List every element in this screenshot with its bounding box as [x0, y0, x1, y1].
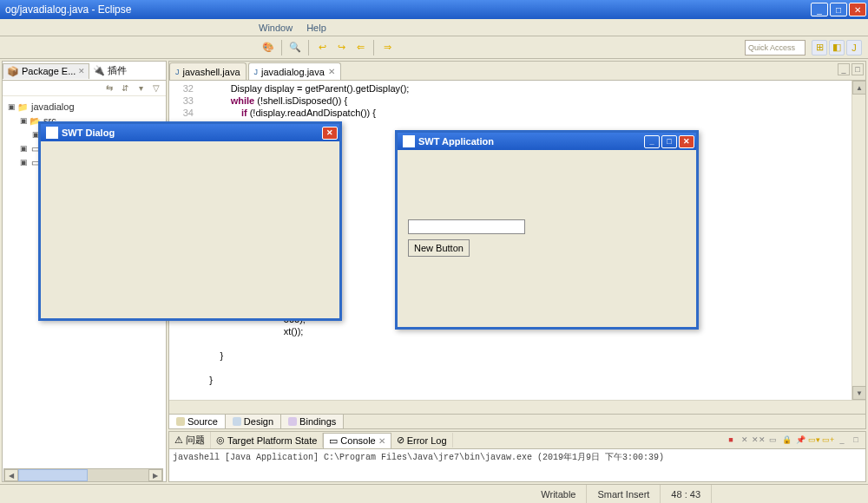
maximize-view-icon[interactable]: □ [852, 63, 864, 75]
target-platform-tab[interactable]: ◎Target Platform State [211, 433, 323, 447]
remove-launch-icon[interactable]: ✕ [739, 434, 751, 446]
tab-label: Target Platform State [227, 435, 317, 446]
console-tab[interactable]: ▭Console ✕ [323, 433, 391, 448]
open-perspective-icon[interactable]: ⊞ [812, 40, 827, 56]
problems-icon: ⚠ [174, 434, 183, 446]
nav-prev-icon[interactable]: ↩ [314, 40, 330, 56]
display-console-icon[interactable]: ▭▾ [808, 434, 820, 446]
terminate-icon[interactable]: ■ [725, 434, 737, 446]
close-icon[interactable]: ✕ [328, 67, 335, 76]
java-file-icon: J [175, 68, 180, 76]
new-button[interactable]: New Button [408, 239, 470, 257]
status-bar: Writable Smart Insert 48 : 43 [0, 484, 868, 503]
source-icon [176, 417, 185, 426]
swt-app-titlebar[interactable]: SWT Application _ □ ✕ [398, 133, 696, 150]
title-bar[interactable]: og/javadialog.java - Eclipse _ □ ✕ [0, 0, 868, 19]
separator [373, 40, 374, 56]
java-perspective-icon[interactable]: J [846, 40, 862, 56]
close-button[interactable]: ✕ [322, 127, 338, 140]
package-explorer-tab[interactable]: 📦 Package E... ✕ [3, 63, 89, 79]
remove-all-icon[interactable]: ✕✕ [753, 434, 765, 446]
vertical-scrollbar[interactable]: ▲ ▼ [852, 81, 865, 400]
plugin-perspective-icon[interactable]: ◧ [829, 40, 845, 56]
app-body: New Button [398, 150, 696, 327]
plugins-tab[interactable]: 🔌 插件 [89, 62, 130, 79]
console-view: ⚠问题 ◎Target Platform State ▭Console ✕ ⊘E… [168, 431, 866, 482]
tab-label: Source [187, 416, 218, 427]
horizontal-scrollbar[interactable] [169, 400, 865, 414]
tree-label: javadialog [31, 101, 75, 112]
expand-toggle[interactable]: ▣ [18, 144, 29, 153]
editor-tab-javadialog[interactable]: J javadialog.java ✕ [248, 62, 341, 80]
maximize-button[interactable]: □ [661, 135, 677, 148]
console-tabs: ⚠问题 ◎Target Platform State ▭Console ✕ ⊘E… [169, 432, 865, 449]
minimize-view-icon[interactable]: _ [836, 434, 848, 446]
view-tabs: 📦 Package E... ✕ 🔌 插件 [3, 62, 166, 81]
editor-tab-javashell[interactable]: J javashell.java [169, 62, 247, 80]
nav-back-icon[interactable]: ⇐ [352, 40, 368, 56]
tree-project[interactable]: ▣ 📁 javadialog [6, 100, 162, 114]
close-icon[interactable]: ✕ [78, 67, 85, 75]
pin-console-icon[interactable]: 📌 [794, 434, 806, 446]
maximize-button[interactable]: □ [830, 3, 847, 16]
close-button[interactable]: ✕ [679, 135, 694, 148]
scroll-right-icon[interactable]: ▶ [148, 469, 162, 481]
close-button[interactable]: ✕ [849, 3, 866, 16]
close-icon[interactable]: ✕ [378, 436, 385, 446]
scroll-left-icon[interactable]: ◀ [4, 469, 18, 481]
tab-label: 插件 [108, 64, 127, 77]
minimize-view-icon[interactable]: _ [838, 63, 850, 75]
design-icon [233, 417, 241, 426]
error-icon: ⊘ [397, 434, 404, 446]
separator [281, 40, 282, 56]
java-file-icon: J [254, 68, 259, 76]
search-icon[interactable]: 🔍 [287, 40, 303, 56]
target-icon: ◎ [216, 434, 225, 446]
left-pane-scrollbar[interactable]: ◀ ▶ [3, 468, 163, 482]
scroll-lock-icon[interactable]: 🔒 [780, 434, 792, 446]
project-icon: 📁 [16, 101, 29, 113]
scroll-up-icon[interactable]: ▲ [852, 81, 865, 95]
toolbar: 🎨 🔍 ↩ ↪ ⇐ ⇒ Quick Access ⊞ ◧ J [0, 36, 868, 59]
swt-dialog-window[interactable]: SWT Dialog ✕ [38, 121, 342, 321]
menu-window[interactable]: Window [252, 21, 299, 35]
expand-toggle[interactable]: ▣ [6, 102, 16, 111]
view-toolbar: ⇆ ⇵ ▾ ▽ [3, 81, 166, 96]
filter-icon[interactable]: ▾ [135, 82, 147, 95]
tab-label: javashell.java [183, 67, 240, 77]
menu-help[interactable]: Help [299, 21, 333, 35]
palette-icon[interactable]: 🎨 [260, 40, 276, 56]
tab-label: Error Log [407, 435, 447, 446]
scroll-down-icon[interactable]: ▼ [852, 386, 865, 400]
console-output[interactable]: javashell [Java Application] C:\Program … [169, 449, 865, 481]
nav-next-icon[interactable]: ↪ [333, 40, 349, 56]
link-editor-icon[interactable]: ⇵ [119, 82, 131, 95]
quick-access-field[interactable]: Quick Access [745, 40, 806, 56]
app-icon [403, 135, 415, 147]
swt-application-window[interactable]: SWT Application _ □ ✕ New Button [395, 130, 699, 330]
bindings-tab[interactable]: Bindings [281, 415, 344, 428]
maximize-view-icon[interactable]: □ [850, 434, 862, 446]
window-title: og/javadialog.java - Eclipse [5, 3, 809, 16]
nav-forward-icon[interactable]: ⇒ [379, 40, 395, 56]
bindings-icon [288, 417, 297, 426]
expand-toggle[interactable]: ▣ [18, 116, 29, 125]
error-log-tab[interactable]: ⊘Error Log [391, 433, 453, 447]
text-input[interactable] [408, 219, 525, 234]
source-tab[interactable]: Source [169, 415, 226, 428]
clear-console-icon[interactable]: ▭ [766, 434, 779, 446]
problems-tab[interactable]: ⚠问题 [169, 432, 211, 448]
open-console-icon[interactable]: ▭+ [822, 434, 834, 446]
editor-tabs: J javashell.java J javadialog.java ✕ _ □ [169, 62, 865, 81]
expand-toggle[interactable]: ▣ [18, 158, 29, 167]
minimize-button[interactable]: _ [644, 135, 660, 148]
view-menu-icon[interactable]: ▽ [150, 82, 162, 95]
swt-dialog-titlebar[interactable]: SWT Dialog ✕ [41, 124, 339, 141]
collapse-all-icon[interactable]: ⇆ [103, 82, 115, 95]
separator [308, 40, 309, 56]
scroll-thumb[interactable] [18, 469, 88, 481]
design-tab[interactable]: Design [226, 415, 281, 428]
minimize-button[interactable]: _ [811, 3, 828, 16]
tab-label: Design [244, 416, 273, 427]
console-icon: ▭ [329, 435, 338, 447]
